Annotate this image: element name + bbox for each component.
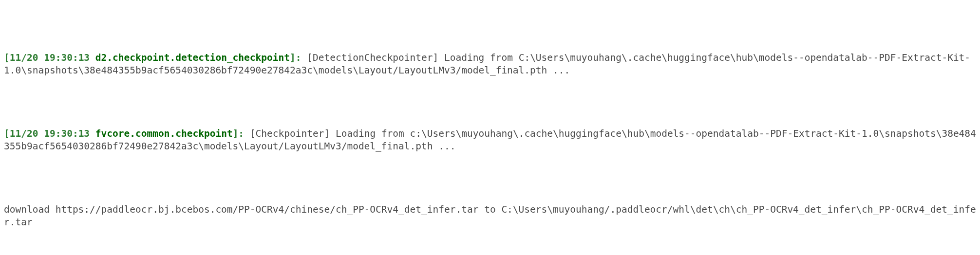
bracket-close: ]: <box>233 128 250 139</box>
bracket-open: [ <box>4 128 10 139</box>
bracket-close: ]: <box>290 52 307 63</box>
download-line: download https://paddleocr.bj.bcebos.com… <box>4 203 976 229</box>
log-timestamp: 11/20 19:30:13 <box>10 128 95 139</box>
bracket-open: [ <box>4 52 10 63</box>
log-line: [11/20 19:30:13 fvcore.common.checkpoint… <box>4 128 976 153</box>
log-module: fvcore.common.checkpoint <box>95 128 233 139</box>
log-module: d2.checkpoint.detection_checkpoint <box>95 52 290 63</box>
log-line: [11/20 19:30:13 d2.checkpoint.detection_… <box>4 52 976 77</box>
log-timestamp: 11/20 19:30:13 <box>10 52 95 63</box>
terminal-output: [11/20 19:30:13 d2.checkpoint.detection_… <box>0 0 980 255</box>
